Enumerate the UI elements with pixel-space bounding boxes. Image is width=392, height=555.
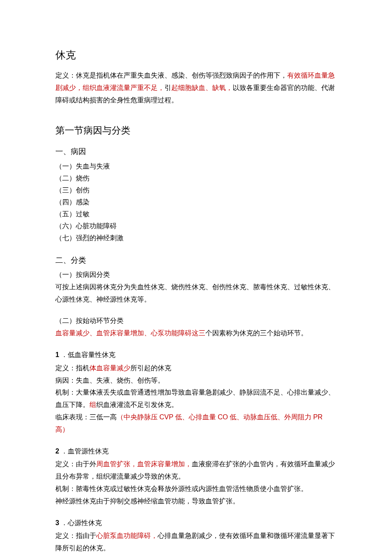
- type1-mechanism: 机制：大量体液丢失或血管通透性增加导致血容量急剧减少、静脉回流不足、心排出量减少…: [55, 386, 337, 411]
- by-cause-text: 可按上述病因将休克分为失血性休克、烧伤性休克、创伤性休克、脓毒性休克、过敏性休克…: [55, 281, 337, 306]
- by-init-heading: （二）按始动环节分类: [55, 315, 337, 327]
- type2-title: ．血管源性休克: [59, 447, 109, 455]
- type1-definition: 定义：指机体血容量减少所引起的休克: [55, 362, 337, 375]
- by-cause-heading: （一）按病因分类: [55, 269, 337, 281]
- type2-def-red: 周血管扩张，血管床容量增加，: [96, 460, 192, 468]
- by-init-rest: 个因素称为休克的三个始动环节。: [205, 329, 308, 337]
- cause-item-4: （四）感染: [55, 196, 337, 208]
- type3-definition: 定义：指由于心脏泵血功能障碍，心排血量急剧减少，使有效循环血量和微循环灌流量显著…: [55, 530, 337, 555]
- type1-mech2: 织血液灌流不足引发休克。: [96, 401, 178, 408]
- definition-paragraph: 定义：休克是指机体在严重失血失液、感染、创伤等强烈致病因子的作用下，有效循环血量…: [55, 70, 337, 106]
- cause-item-6: （六）心脏功能障碍: [55, 220, 337, 232]
- def-p2: 引: [164, 84, 171, 91]
- type1-clinical-red3: 低、动脉血压低、外周阻力: [228, 413, 313, 421]
- type1-num: 1: [55, 351, 59, 358]
- type2-num: 2: [55, 447, 59, 455]
- type1-pr: PR: [313, 413, 323, 421]
- by-init-red: 血容量减少、血管床容量增加、心泵功能障碍这三: [55, 329, 205, 337]
- cause-item-5: （五）过敏: [55, 208, 337, 220]
- type1-clinical-label: 临床表现：三低一高: [55, 413, 117, 421]
- type1-clinical-red2: 低、心排血量: [173, 413, 218, 421]
- def-red2: 起细胞缺血、缺氧，: [171, 84, 233, 91]
- type1-co: CO: [218, 413, 228, 421]
- type2-def-label: 定义：由于外: [55, 460, 96, 468]
- def-label: 定义：: [55, 72, 76, 79]
- type2-definition: 定义：由于外周血管扩张，血管床容量增加，血液瘀滞在扩张的小血管内，有效循环血量减…: [55, 458, 337, 483]
- cause-item-3: （三）创伤: [55, 184, 337, 196]
- cause-item-1: （一）失血与失液: [55, 160, 337, 172]
- cause-item-2: （二）烧伤: [55, 172, 337, 184]
- type1-clinical-red1: （中央静脉压: [117, 413, 159, 421]
- type1-title: ．低血容量性休克: [59, 351, 115, 358]
- type1-def-rest: 所引起的休克: [130, 364, 171, 372]
- type1-mech-red: 组: [89, 401, 96, 408]
- type1-clinical: 临床表现：三低一高（中央静脉压 CVP 低、心排血量 CO 低、动脉血压低、外周…: [55, 411, 337, 436]
- cause-item-7: （七）强烈的神经刺激: [55, 232, 337, 244]
- type3-title: ．心源性休克: [59, 519, 102, 526]
- type1-clinical-red4: 高）: [55, 426, 69, 433]
- type2-mechanism: 机制：脓毒性休克或过敏性休克会释放外源性或内源性血管活性物质使小血管扩张。: [55, 483, 337, 495]
- classification-heading: 二、分类: [55, 253, 337, 267]
- type1-cvp: CVP: [159, 413, 173, 421]
- section1-heading: 第一节病因与分类: [55, 122, 337, 139]
- document-title: 休克: [55, 46, 337, 64]
- by-init-text: 血容量减少、血管床容量增加、心泵功能障碍这三个因素称为休克的三个始动环节。: [55, 327, 337, 340]
- type1-heading: 1 ．低血容量性休克: [55, 349, 337, 361]
- causes-heading: 一、病因: [55, 145, 337, 158]
- type2-neuro: 神经源性休克由于抑制交感神经缩血管功能，导致血管扩张。: [55, 495, 337, 508]
- type2-heading: 2 ．血管源性休克: [55, 445, 337, 458]
- type3-def-label: 定义：指由于: [55, 532, 96, 539]
- type1-def-red: 体血容量减少: [89, 364, 130, 372]
- type3-heading: 3 ．心源性休克: [55, 517, 337, 529]
- type3-def-red: 心脏泵血功能障碍，: [96, 532, 158, 539]
- type3-num: 3: [55, 519, 59, 526]
- type1-def-label: 定义：指机: [55, 364, 89, 372]
- def-p1: 休克是指机体在严重失血失液、感染、创伤等强烈致病因子的作用下，: [76, 72, 287, 79]
- type1-cause: 病因：失血、失液、烧伤、创伤等。: [55, 375, 337, 387]
